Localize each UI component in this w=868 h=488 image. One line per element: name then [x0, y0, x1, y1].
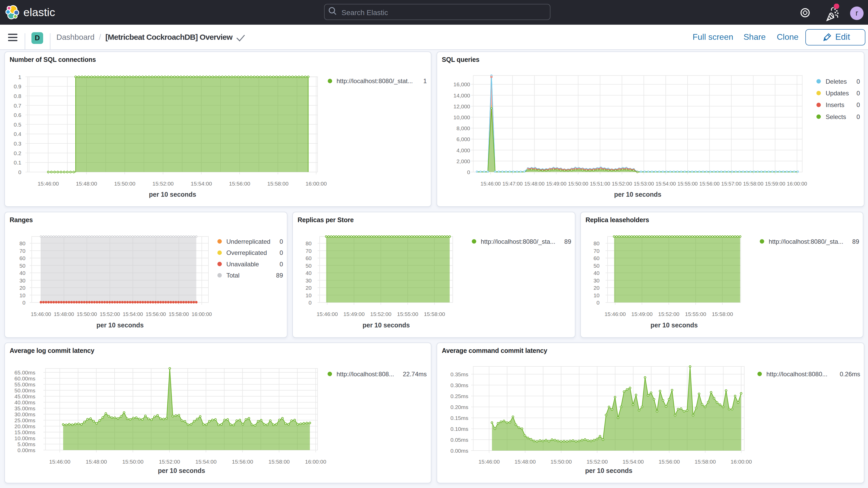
svg-text:0.1: 0.1	[14, 159, 21, 165]
svg-text:15:52:00: 15:52:00	[587, 459, 608, 465]
svg-text:0.7: 0.7	[14, 103, 21, 109]
svg-text:16:00:00: 16:00:00	[306, 181, 327, 187]
svg-text:15.00ms: 15.00ms	[14, 429, 35, 435]
svg-text:60: 60	[20, 255, 26, 261]
svg-text:15:46:00: 15:46:00	[49, 459, 70, 465]
svg-text:30: 30	[594, 277, 599, 283]
svg-text:0: 0	[280, 238, 283, 245]
svg-text:16:00:00: 16:00:00	[787, 181, 807, 187]
svg-text:15:54:00: 15:54:00	[195, 459, 217, 465]
svg-text:15:56:00: 15:56:00	[232, 459, 253, 465]
svg-text:15:48:00: 15:48:00	[86, 459, 107, 465]
svg-text:10: 10	[306, 292, 312, 298]
svg-text:12,000: 12,000	[454, 103, 470, 110]
svg-text:0.30ms: 0.30ms	[451, 382, 468, 388]
svg-text:1: 1	[423, 78, 427, 85]
svg-text:Underreplicated: Underreplicated	[226, 238, 270, 245]
svg-text:15:50:00: 15:50:00	[114, 181, 135, 187]
svg-text:15:54:00: 15:54:00	[623, 459, 644, 465]
svg-text:89: 89	[564, 238, 571, 245]
svg-text:http://localhost:8080/_sta...: http://localhost:8080/_sta...	[481, 238, 555, 245]
svg-text:Total: Total	[226, 272, 240, 279]
svg-text:45.00ms: 45.00ms	[14, 393, 35, 399]
svg-text:40.00ms: 40.00ms	[14, 399, 35, 405]
svg-text:15:55:00: 15:55:00	[397, 311, 418, 317]
svg-text:15:49:00: 15:49:00	[546, 181, 566, 187]
svg-text:per 10 seconds: per 10 seconds	[363, 322, 410, 329]
svg-text:0: 0	[22, 300, 26, 306]
svg-text:0.00ms: 0.00ms	[451, 448, 468, 454]
svg-text:Selects: Selects	[826, 113, 846, 120]
svg-text:16,000: 16,000	[454, 81, 470, 87]
svg-text:2,000: 2,000	[456, 158, 470, 164]
svg-text:15:55:00: 15:55:00	[685, 311, 706, 317]
svg-text:15:56:00: 15:56:00	[699, 181, 720, 187]
svg-text:15:48:00: 15:48:00	[76, 181, 97, 187]
svg-text:0: 0	[857, 78, 860, 85]
svg-text:15:57:00: 15:57:00	[721, 181, 741, 187]
svg-text:Overreplicated: Overreplicated	[226, 249, 267, 256]
svg-text:89: 89	[276, 272, 283, 279]
svg-text:0.20ms: 0.20ms	[451, 404, 468, 410]
svg-text:15:52:00: 15:52:00	[370, 311, 392, 317]
svg-text:40: 40	[306, 270, 312, 276]
svg-text:Unavailable: Unavailable	[226, 261, 259, 268]
svg-text:15:56:00: 15:56:00	[146, 311, 166, 317]
svg-text:15:53:00: 15:53:00	[633, 181, 654, 187]
svg-text:0: 0	[280, 249, 283, 256]
svg-text:15:50:00: 15:50:00	[77, 311, 97, 317]
svg-text:per 10 seconds: per 10 seconds	[614, 191, 661, 198]
svg-text:0: 0	[857, 101, 860, 109]
svg-text:15:52:00: 15:52:00	[658, 311, 680, 317]
svg-text:15:55:00: 15:55:00	[678, 181, 698, 187]
svg-text:15:52:00: 15:52:00	[100, 311, 120, 317]
svg-text:70: 70	[594, 248, 599, 254]
svg-text:0: 0	[467, 169, 470, 175]
svg-text:50: 50	[594, 263, 599, 269]
svg-text:elastic: elastic	[23, 6, 55, 19]
svg-text:50: 50	[306, 263, 312, 269]
svg-text:20: 20	[20, 285, 26, 291]
svg-text:0.4: 0.4	[14, 131, 22, 137]
svg-text:15:54:00: 15:54:00	[123, 311, 143, 317]
svg-text:per 10 seconds: per 10 seconds	[158, 467, 205, 474]
svg-text:15:52:00: 15:52:00	[159, 459, 180, 465]
svg-text:30: 30	[306, 277, 312, 283]
svg-text:6,000: 6,000	[456, 136, 470, 142]
svg-text:35.00ms: 35.00ms	[14, 405, 35, 411]
svg-text:60: 60	[306, 255, 312, 261]
svg-text:15:48:00: 15:48:00	[515, 459, 536, 465]
svg-text:15:54:00: 15:54:00	[656, 181, 676, 187]
svg-text:http://localhost:808...: http://localhost:808...	[337, 370, 394, 377]
svg-text:55.00ms: 55.00ms	[14, 382, 35, 388]
svg-text:8,000: 8,000	[456, 125, 470, 131]
svg-text:20.00ms: 20.00ms	[14, 423, 35, 429]
svg-text:15:56:00: 15:56:00	[229, 181, 250, 187]
svg-text:15:54:00: 15:54:00	[191, 181, 212, 187]
svg-text:15:47:00: 15:47:00	[502, 181, 523, 187]
svg-text:15:59:00: 15:59:00	[765, 181, 785, 187]
svg-text:40: 40	[20, 270, 26, 276]
svg-text:80: 80	[20, 240, 26, 246]
svg-text:15:58:00: 15:58:00	[695, 459, 716, 465]
svg-text:10: 10	[594, 292, 599, 298]
svg-text:70: 70	[306, 248, 312, 254]
svg-text:0: 0	[280, 261, 283, 268]
svg-text:15:46:00: 15:46:00	[31, 311, 51, 317]
svg-text:20: 20	[306, 285, 312, 291]
svg-text:4,000: 4,000	[456, 147, 470, 153]
svg-text:15:49:00: 15:49:00	[343, 311, 365, 317]
svg-text:0.25ms: 0.25ms	[451, 393, 468, 399]
svg-text:15:46:00: 15:46:00	[38, 181, 59, 187]
svg-text:0: 0	[308, 300, 312, 306]
svg-text:0: 0	[857, 113, 860, 120]
svg-text:Updates: Updates	[826, 90, 849, 97]
svg-text:per 10 seconds: per 10 seconds	[585, 467, 632, 474]
svg-text:30.00ms: 30.00ms	[14, 411, 35, 417]
svg-text:16:00:00: 16:00:00	[305, 459, 327, 465]
svg-text:0: 0	[18, 169, 21, 175]
svg-text:15:46:00: 15:46:00	[480, 181, 501, 187]
svg-text:0.6: 0.6	[14, 112, 21, 118]
svg-text:10: 10	[20, 292, 26, 298]
svg-text:1: 1	[18, 74, 21, 80]
